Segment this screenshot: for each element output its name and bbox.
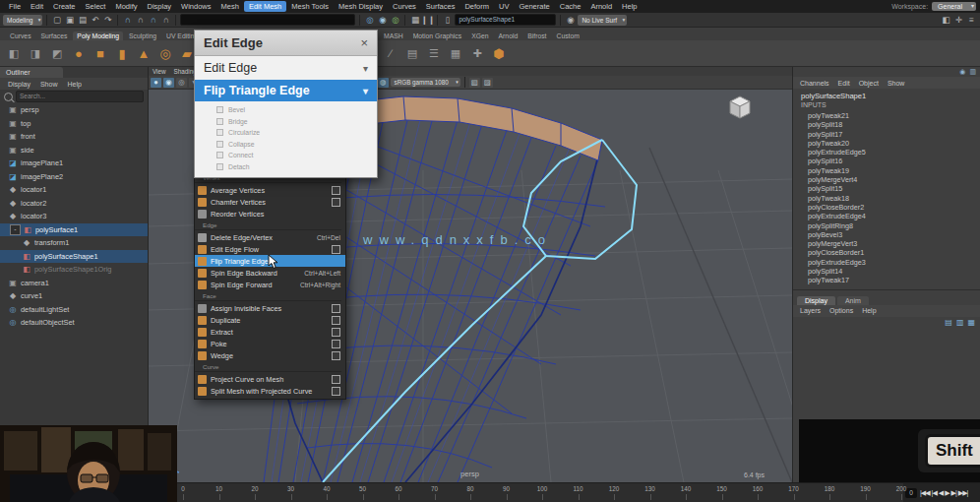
menu-display[interactable]: Display xyxy=(143,1,177,12)
history-node-polyextrudeedge3[interactable]: polyExtrudeEdge3 xyxy=(801,258,980,267)
grease-pencil-icon[interactable]: ▯ xyxy=(442,15,453,26)
multi-cut-icon[interactable]: ◨ xyxy=(26,43,45,63)
new-empty-layer-icon[interactable]: ▤ xyxy=(945,318,952,327)
outliner-search-input[interactable]: Search... xyxy=(16,91,144,102)
add-divisions-icon[interactable]: ▦ xyxy=(446,43,465,63)
menu-mesh-tools[interactable]: Mesh Tools xyxy=(286,1,334,12)
current-frame-field[interactable]: 0 xyxy=(905,488,917,498)
shelf-tab-custom[interactable]: Custom xyxy=(552,31,582,40)
menu-item-wedge[interactable]: Wedge xyxy=(195,349,345,361)
viewport-menu-view[interactable]: View xyxy=(153,68,166,75)
new-layer-icon[interactable]: ▦ xyxy=(967,318,975,327)
layer-menu-help[interactable]: Help xyxy=(862,307,876,314)
pause-icon[interactable]: ❙❙ xyxy=(422,15,433,26)
outliner-item-side[interactable]: ▣side xyxy=(0,144,148,157)
menu-item-delete-edge-vertex[interactable]: Delete Edge/VertexCtrl+Del xyxy=(195,231,345,243)
outliner-item-polysurface1[interactable]: -◧polySurface1 xyxy=(0,223,148,237)
popup-option-bevel[interactable]: Bevel xyxy=(195,104,377,116)
option-box-icon[interactable] xyxy=(332,340,340,348)
shelf-tab-surfaces[interactable]: Surfaces xyxy=(37,31,72,40)
sculpt-cube-icon[interactable]: ⬢ xyxy=(489,43,509,63)
menu-windows[interactable]: Windows xyxy=(176,1,215,12)
channel-box-menu-channels[interactable]: Channels xyxy=(800,80,829,87)
render-icon[interactable]: ◉ xyxy=(377,15,388,26)
poly-sphere-icon[interactable]: ● xyxy=(69,43,89,63)
channel-expand-icon[interactable]: ▥ xyxy=(969,68,976,76)
snap-plane-icon[interactable]: ∩ xyxy=(160,15,171,26)
xray-icon[interactable]: ▨ xyxy=(482,78,493,88)
history-node-polysplit14[interactable]: polySplit14 xyxy=(801,267,980,276)
layer-menu-options[interactable]: Options xyxy=(829,307,853,314)
option-box-icon[interactable] xyxy=(332,375,340,384)
outliner-menu-show[interactable]: Show xyxy=(40,81,58,88)
poly-cylinder-icon[interactable]: ▮ xyxy=(112,43,132,63)
edit-edge-combo[interactable]: Edit Edge▾ xyxy=(195,56,377,80)
step-back-key-button[interactable]: |◀ xyxy=(932,483,937,502)
history-node-polymergevert3[interactable]: polyMergeVert3 xyxy=(801,239,980,248)
redo-icon[interactable]: ↷ xyxy=(102,15,113,26)
layer-menu-layers[interactable]: Layers xyxy=(800,307,821,314)
popup-titlebar[interactable]: Edit Edge × xyxy=(195,31,377,56)
selected-object-name[interactable]: polySurfaceShape1 xyxy=(801,92,980,101)
shelf-tab-mash[interactable]: MASH xyxy=(380,31,407,40)
lock-camera-icon[interactable]: ◉ xyxy=(163,78,174,88)
shelf-tab-bifrost[interactable]: Bifrost xyxy=(523,31,550,40)
outliner-item-polysurfaceshape1orig[interactable]: ◧polySurfaceShape1Orig xyxy=(0,263,148,277)
poly-cube-icon[interactable]: ■ xyxy=(91,43,110,63)
menu-mesh[interactable]: Mesh xyxy=(216,1,244,12)
menu-surfaces[interactable]: Surfaces xyxy=(421,1,460,12)
display-toggle-icon[interactable]: ◧ xyxy=(941,15,951,26)
menu-item-project-curve-on-mesh[interactable]: Project Curve on Mesh xyxy=(195,373,345,385)
menu-generate[interactable]: Generate xyxy=(514,1,554,12)
menu-create[interactable]: Create xyxy=(48,1,81,12)
menu-file[interactable]: File xyxy=(4,1,26,12)
shelf-tab-xgen[interactable]: XGen xyxy=(467,31,492,40)
menu-uv[interactable]: UV xyxy=(494,1,514,12)
menu-select[interactable]: Select xyxy=(81,1,111,12)
new-layer-selected-icon[interactable]: ▥ xyxy=(956,318,964,327)
extrude-icon[interactable]: ☰ xyxy=(424,43,444,63)
outliner-item-polysurfaceshape1[interactable]: ◧polySurfaceShape1 xyxy=(0,250,148,264)
popup-option-detach[interactable]: Detach xyxy=(195,161,377,173)
outliner-item-camera1[interactable]: ▣camera1 xyxy=(0,277,148,290)
construction-history-icon[interactable]: ◎ xyxy=(364,15,375,26)
ipr-render-icon[interactable]: ◎ xyxy=(390,15,400,26)
menu-edit[interactable]: Edit xyxy=(26,1,48,12)
menu-help[interactable]: Help xyxy=(617,1,642,12)
shelf-tab-poly-modeling[interactable]: Poly Modeling xyxy=(73,31,123,40)
poly-torus-icon[interactable]: ◎ xyxy=(155,43,175,63)
layer-tab-display[interactable]: Display xyxy=(797,296,835,305)
view-transform-icon[interactable]: ◍ xyxy=(378,78,389,88)
menu-set-selector[interactable]: Modeling xyxy=(3,15,42,26)
option-box-icon[interactable] xyxy=(332,387,340,396)
history-node-polyextrudeedge5[interactable]: polyExtrudeEdge5 xyxy=(801,148,980,157)
popup-option-collapse[interactable]: Collapse xyxy=(195,139,377,151)
history-node-polytweak20[interactable]: polyTweak20 xyxy=(801,139,980,148)
option-box-icon[interactable] xyxy=(332,328,340,337)
go-to-end-button[interactable]: ▶▶| xyxy=(958,483,968,502)
option-box-icon[interactable] xyxy=(332,198,340,207)
bevel-icon[interactable]: ∕ xyxy=(381,43,400,63)
history-node-polytweak18[interactable]: polyTweak18 xyxy=(801,194,980,203)
history-node-polyextrudeedge4[interactable]: polyExtrudeEdge4 xyxy=(801,212,980,220)
history-node-polysplit15[interactable]: polySplit15 xyxy=(801,184,980,193)
outliner-item-defaultobjectset[interactable]: ◎defaultObjectSet xyxy=(0,316,148,330)
menu-item-duplicate[interactable]: Duplicate xyxy=(195,314,345,326)
channel-box-menu-edit[interactable]: Edit xyxy=(838,80,850,87)
live-surface-icon[interactable]: ◉ xyxy=(565,15,576,26)
outliner-menu-help[interactable]: Help xyxy=(67,81,81,88)
channel-pin-icon[interactable]: ◉ xyxy=(959,68,965,76)
channel-box-menu-show[interactable]: Show xyxy=(888,80,905,87)
menu-deform[interactable]: Deform xyxy=(459,1,494,12)
history-node-polysplit17[interactable]: polySplit17 xyxy=(801,130,980,139)
close-icon[interactable]: × xyxy=(360,35,368,50)
history-node-polytweak21[interactable]: polyTweak21 xyxy=(801,111,980,120)
outliner-item-locator3[interactable]: ◆locator3 xyxy=(0,210,148,223)
menu-item-average-vertices[interactable]: Average Vertices xyxy=(195,184,345,196)
outliner-item-locator1[interactable]: ◆locator1 xyxy=(0,183,148,197)
menu-item-reorder-vertices[interactable]: Reorder Vertices xyxy=(195,208,345,220)
outliner-item-transform1[interactable]: ◆transform1 xyxy=(0,236,148,250)
snap-grid-icon[interactable]: ∩ xyxy=(122,15,133,26)
poly-cone-icon[interactable]: ▲ xyxy=(134,43,153,63)
quad-draw-icon[interactable]: ◩ xyxy=(47,43,67,63)
